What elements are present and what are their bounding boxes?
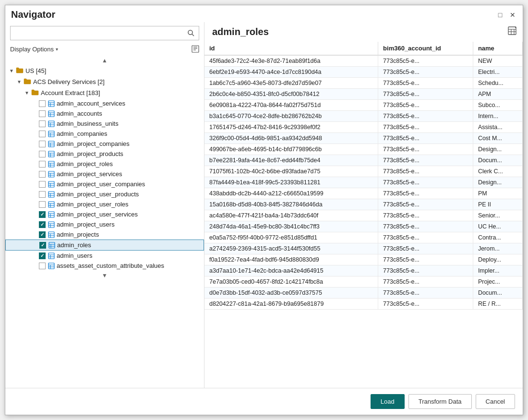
table-row[interactable]: 71075f61-102b-40c2-b6be-d93fadae7d75773c…: [204, 166, 523, 177]
tree-item[interactable]: admin_business_units: [5, 119, 204, 129]
tree-item[interactable]: ▼ ACS Delivery Services [2]: [5, 76, 204, 87]
table-row[interactable]: 2b6c0c4e-b850-4351-8fc0-d5cf00b78412773c…: [204, 89, 523, 100]
table-cell: d8204227-c81a-42a1-8679-b9a695e81879: [204, 299, 378, 310]
table-cell: Design...: [473, 144, 522, 155]
table-row[interactable]: ac4a580e-477f-421f-ba4a-14b73ddc640f773c…: [204, 210, 523, 221]
tree-item-checkbox[interactable]: [39, 221, 46, 228]
table-row[interactable]: 6e09081a-4222-470a-8644-fa02f75d751d773c…: [204, 100, 523, 111]
tree-item[interactable]: admin_users: [5, 251, 204, 261]
refresh-button[interactable]: [192, 45, 199, 53]
table-row[interactable]: 248d74da-46a1-45e9-bc80-3b41c4bc7ff3773c…: [204, 221, 523, 232]
table-icon: [48, 131, 55, 137]
minimize-button[interactable]: □: [496, 11, 504, 19]
table-cell: Schedu...: [473, 78, 522, 89]
table-row[interactable]: e0a5a752-f95f-40b0-9772-e851d85dffd1773c…: [204, 232, 523, 243]
expand-placeholder: [31, 211, 38, 218]
search-button[interactable]: [183, 26, 199, 40]
tree-item[interactable]: admin_companies: [5, 129, 204, 139]
tree-item[interactable]: ▼ Account Extract [183]: [5, 87, 204, 98]
table-cell: 773c85c5-e...: [378, 232, 473, 243]
tree-item[interactable]: admin_project_users: [5, 219, 204, 229]
table-row[interactable]: 87fa4449-b1ea-418f-99c5-23393b811281773c…: [204, 177, 523, 188]
table-cell: APM: [473, 89, 522, 100]
title-bar: Navigator □ ✕: [5, 5, 523, 22]
svg-rect-70: [48, 263, 54, 269]
svg-rect-10: [48, 111, 54, 117]
tree-item-checkbox[interactable]: [39, 191, 46, 198]
tree-item[interactable]: assets_asset_custom_attribute_values: [5, 261, 204, 271]
tree-item[interactable]: admin_project_companies: [5, 139, 204, 149]
table-icon: [48, 231, 55, 238]
close-button[interactable]: ✕: [508, 11, 517, 19]
folder-icon: [24, 78, 31, 86]
table-cell: 773c85c5-e...: [378, 276, 473, 288]
scroll-up-arrow[interactable]: ▲: [5, 56, 204, 65]
tree-item-checkbox[interactable]: [39, 120, 46, 127]
table-row[interactable]: 6ebf2e19-e593-4470-a4ce-1d7cc8190d4a773c…: [204, 67, 523, 78]
tree-item[interactable]: admin_project_user_companies: [5, 179, 204, 189]
tree-item[interactable]: admin_projects: [5, 229, 204, 240]
table-row[interactable]: 17651475-d246-47b2-8416-9c29398ef0f2773c…: [204, 122, 523, 133]
tree-item[interactable]: admin_roles: [5, 240, 204, 251]
table-row[interactable]: 499067be-a6eb-4695-b14c-bfd779896c6b773c…: [204, 144, 523, 155]
table-row[interactable]: a3d7aa10-1e71-4e2c-bdca-aa42e4d64915773c…: [204, 265, 523, 276]
tree-item[interactable]: admin_project_user_services: [5, 209, 204, 219]
table-row[interactable]: 7e7a03b05-ced0-4657-8fd2-1c42174fbc8a773…: [204, 276, 523, 288]
table-row[interactable]: b7ee2281-9afa-441e-8c67-edd44fb75de4773c…: [204, 155, 523, 166]
table-cell: 17651475-d246-47b2-8416-9c29398ef0f2: [204, 122, 378, 133]
tree-item[interactable]: admin_account_services: [5, 98, 204, 108]
tree-item-checkbox[interactable]: [39, 242, 46, 249]
table-cell: ac4a580e-477f-421f-ba4a-14b73ddc640f: [204, 210, 378, 221]
tree-item-checkbox[interactable]: [39, 161, 46, 168]
tree-item[interactable]: admin_accounts: [5, 108, 204, 119]
table-cell: 773c85c5-e...: [378, 254, 473, 265]
tree-area[interactable]: ▲ ▼ US [45]▼ ACS Delivery Services [2]▼ …: [5, 56, 204, 388]
tree-item[interactable]: admin_project_roles: [5, 159, 204, 169]
tree-item[interactable]: admin_project_user_roles: [5, 199, 204, 209]
table-options-button[interactable]: [507, 26, 517, 38]
search-input[interactable]: [11, 27, 183, 39]
table-row[interactable]: 438abddb-dc2b-4440-a212-c66650a19599773c…: [204, 188, 523, 199]
table-cell: 773c85c5-e...: [378, 188, 473, 199]
tree-item[interactable]: ▼ US [45]: [5, 65, 204, 76]
tree-item-checkbox[interactable]: [39, 151, 46, 157]
table-row[interactable]: 326f9c00-05d4-4d6b-9851-aa9342dd5948773c…: [204, 133, 523, 144]
table-row[interactable]: b3a1c645-0770-4ce2-8dfe-bb286762b24b773c…: [204, 111, 523, 122]
tree-item-checkbox[interactable]: [39, 231, 46, 238]
tree-item-checkbox[interactable]: [39, 263, 46, 269]
svg-rect-2: [192, 46, 199, 52]
tree-item-label: admin_project_roles: [57, 160, 113, 168]
tree-item-checkbox[interactable]: [39, 141, 46, 147]
tree-item[interactable]: admin_project_products: [5, 149, 204, 159]
tree-item-checkbox[interactable]: [39, 171, 46, 178]
svg-rect-46: [48, 202, 54, 207]
load-button[interactable]: Load: [371, 394, 405, 409]
tree-item-checkbox[interactable]: [39, 181, 46, 188]
tree-item-checkbox[interactable]: [39, 131, 46, 137]
tree-item-checkbox[interactable]: [39, 201, 46, 208]
table-cell: 773c85c5-e...: [378, 55, 473, 67]
table-row[interactable]: 45f6ade3-72c2-4e3e-87d2-71eab89f1d6a773c…: [204, 55, 523, 67]
transform-data-button[interactable]: Transform Data: [408, 394, 472, 409]
tree-item-checkbox[interactable]: [39, 211, 46, 218]
tree-item-checkbox[interactable]: [39, 110, 46, 117]
tree-item[interactable]: admin_project_services: [5, 169, 204, 179]
expand-icon: ▼: [24, 90, 30, 96]
table-row[interactable]: f0a19522-7ea4-4fad-bdf6-945d880830d9773c…: [204, 254, 523, 265]
table-row[interactable]: a2742459-2369-4315-acd5-3144f530fd55773c…: [204, 243, 523, 254]
data-table-wrapper[interactable]: idbim360_account_idname 45f6ade3-72c2-4e…: [204, 42, 523, 388]
table-row[interactable]: d0e7d3bb-15df-4032-ad3b-ce0597d37575773c…: [204, 288, 523, 299]
display-options-button[interactable]: Display Options ▾: [10, 46, 58, 53]
table-row[interactable]: 15a0168b-d5d8-40b3-84f5-3827846d46da773c…: [204, 199, 523, 210]
tree-item[interactable]: admin_project_user_products: [5, 189, 204, 199]
table-cell: 15a0168b-d5d8-40b3-84f5-3827846d46da: [204, 199, 378, 210]
search-icon: [187, 29, 195, 37]
table-cell: 773c85c5-e...: [378, 155, 473, 166]
display-options-label: Display Options: [10, 46, 54, 53]
table-row[interactable]: d8204227-c81a-42a1-8679-b9a695e81879773c…: [204, 299, 523, 310]
tree-item-checkbox[interactable]: [39, 100, 46, 107]
tree-item-checkbox[interactable]: [39, 252, 46, 259]
scroll-down-arrow[interactable]: ▼: [5, 271, 204, 280]
table-row[interactable]: 1ab6c7c5-a960-43e5-8073-dfe2d7d59e07773c…: [204, 78, 523, 89]
cancel-button[interactable]: Cancel: [476, 394, 515, 409]
